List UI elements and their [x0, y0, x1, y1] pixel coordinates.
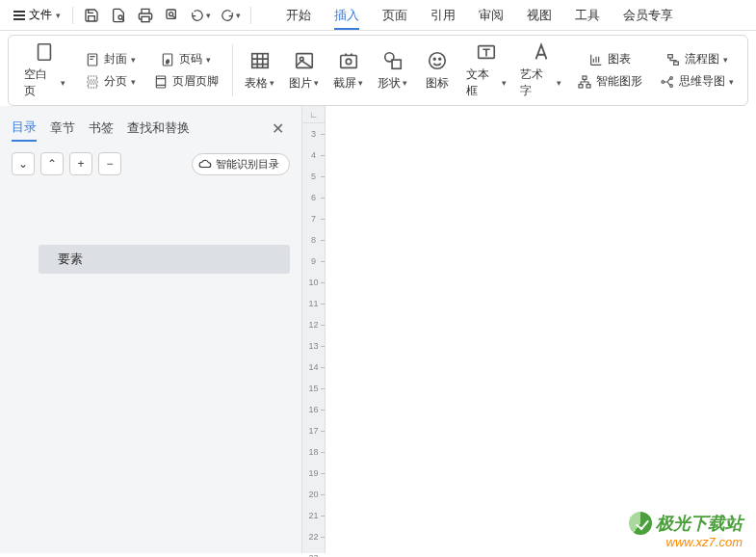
sidebar-tab-toc[interactable]: 目录 — [12, 115, 37, 142]
chart-icon — [588, 52, 604, 67]
wordart-button[interactable]: 艺术字▾ — [514, 38, 567, 103]
shapes-icon — [382, 50, 404, 71]
sidebar-tab-findreplace[interactable]: 查找和替换 — [127, 116, 190, 141]
svg-point-25 — [662, 80, 665, 83]
tab-review[interactable]: 审阅 — [467, 0, 515, 30]
wordart-icon — [531, 41, 552, 63]
ruler-tick: 6 — [302, 187, 325, 208]
tab-reference[interactable]: 引用 — [419, 0, 467, 30]
tab-page[interactable]: 页面 — [371, 0, 419, 30]
page-break-label: 分页 — [104, 73, 127, 90]
svg-rect-8 — [156, 76, 165, 88]
separator — [232, 44, 233, 96]
cover-button[interactable]: 封面 ▾ — [81, 49, 140, 69]
smartart-button[interactable]: 智能图形 — [573, 71, 646, 92]
svg-rect-4 — [39, 44, 51, 61]
undo-button[interactable]: ▾ — [187, 3, 215, 28]
collapse-button[interactable]: ⌄ — [12, 152, 35, 175]
chevron-down-icon: ▾ — [358, 78, 363, 88]
ruler-tick: 4 — [302, 145, 325, 166]
hamburger-icon — [13, 11, 25, 20]
svg-point-27 — [670, 84, 673, 87]
header-footer-button[interactable]: 页眉页脚 — [149, 71, 222, 92]
page-number-icon: # — [160, 52, 175, 67]
chevron-down-icon: ▾ — [723, 55, 728, 65]
svg-point-18 — [438, 58, 440, 60]
tab-view[interactable]: 视图 — [515, 0, 563, 30]
blank-page-icon — [34, 41, 55, 63]
screenshot-icon — [338, 50, 359, 71]
picture-button[interactable]: 图片▾ — [283, 46, 326, 95]
ruler-tick: 20 — [302, 484, 325, 505]
icons-button[interactable]: 图标 — [416, 46, 458, 95]
add-button[interactable]: + — [69, 152, 92, 175]
sidebar-tab-chapter[interactable]: 章节 — [50, 116, 75, 141]
tab-start[interactable]: 开始 — [274, 0, 323, 30]
watermark-logo-icon — [629, 512, 652, 535]
sidebar-close-button[interactable]: ✕ — [266, 118, 290, 140]
redo-button[interactable]: ▾ — [217, 3, 245, 28]
chevron-down-icon: ▾ — [131, 55, 136, 65]
smartart-label: 智能图形 — [596, 73, 642, 90]
ruler-corner-icon: ∟ — [302, 106, 325, 123]
header-footer-label: 页眉页脚 — [172, 73, 219, 90]
svg-rect-24 — [674, 62, 679, 65]
ruler-tick: 7 — [302, 208, 325, 229]
shapes-button[interactable]: 形状▾ — [372, 46, 414, 95]
divider — [72, 7, 73, 24]
chevron-down-icon: ▾ — [314, 78, 319, 88]
find-button[interactable] — [160, 3, 185, 28]
ruler-tick: 13 — [302, 335, 325, 357]
cloud-icon — [198, 157, 212, 171]
file-menu[interactable]: 文件 ▾ — [8, 3, 66, 27]
print-button[interactable] — [133, 3, 158, 28]
screenshot-button[interactable]: 截屏▾ — [327, 46, 370, 95]
tab-insert[interactable]: 插入 — [323, 0, 371, 30]
ruler-tick: 23 — [302, 547, 325, 557]
ruler-tick: 14 — [302, 357, 325, 378]
mindmap-button[interactable]: 思维导图 ▾ — [656, 71, 738, 92]
blank-page-button[interactable]: 空白页▾ — [18, 38, 71, 103]
vertical-ruler[interactable]: ∟ 34567891011121314151617181920212223 — [302, 106, 326, 553]
print-preview-button[interactable] — [106, 3, 131, 28]
table-button[interactable]: 表格▾ — [239, 46, 281, 95]
ruler-tick: 22 — [302, 526, 325, 547]
flowchart-button[interactable]: 流程图 ▾ — [662, 49, 732, 69]
chart-button[interactable]: 图表 — [585, 49, 635, 69]
chevron-down-icon: ▾ — [56, 11, 61, 20]
document-page[interactable] — [326, 106, 756, 553]
remove-button[interactable]: − — [98, 152, 121, 175]
textbox-icon — [476, 41, 497, 63]
tab-tools[interactable]: 工具 — [563, 0, 612, 30]
ruler-tick: 3 — [302, 123, 325, 145]
ribbon: 空白页▾ 封面 ▾ 分页 ▾ # 页码 ▾ 页眉页脚 表格▾ 图片▾ — [8, 35, 748, 106]
watermark: 极光下载站 www.xz7.com — [629, 512, 743, 549]
svg-rect-21 — [579, 84, 583, 87]
tab-member[interactable]: 会员专享 — [612, 0, 685, 30]
ruler-tick: 16 — [302, 399, 325, 420]
sidebar-tab-bookmark[interactable]: 书签 — [89, 116, 114, 141]
chevron-down-icon: ▾ — [206, 55, 211, 65]
expand-button[interactable]: ⌃ — [40, 152, 64, 175]
page-break-button[interactable]: 分页 ▾ — [81, 71, 140, 92]
page-number-label: 页码 — [179, 51, 202, 67]
svg-rect-9 — [251, 53, 268, 67]
smart-recognize-label: 智能识别目录 — [216, 157, 279, 172]
svg-point-16 — [429, 52, 445, 68]
ruler-tick: 21 — [302, 505, 325, 526]
svg-point-13 — [346, 59, 352, 64]
ruler-tick: 17 — [302, 420, 325, 441]
smartart-icon — [577, 74, 592, 90]
ruler-tick: 10 — [302, 272, 325, 293]
chevron-down-icon: ▾ — [61, 78, 65, 88]
watermark-url: www.xz7.com — [629, 535, 743, 549]
svg-rect-1 — [142, 16, 149, 21]
save-button[interactable] — [79, 3, 104, 28]
textbox-button[interactable]: 文本框▾ — [460, 38, 513, 103]
ruler-tick: 19 — [302, 463, 325, 484]
page-number-button[interactable]: # 页码 ▾ — [156, 49, 215, 69]
toc-item[interactable]: 要素 — [39, 245, 290, 274]
svg-text:#: # — [167, 59, 169, 65]
screenshot-label: 截屏 — [333, 75, 356, 92]
smart-recognize-button[interactable]: 智能识别目录 — [192, 153, 290, 175]
